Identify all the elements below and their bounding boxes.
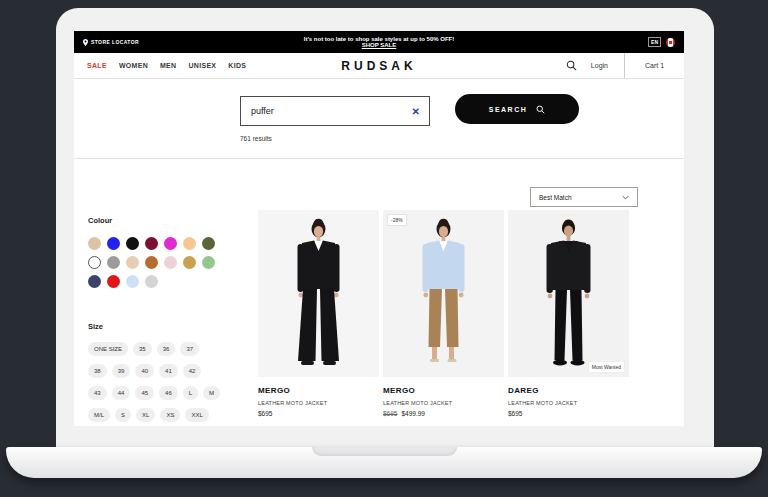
model-figure <box>508 210 629 377</box>
colour-swatch[interactable] <box>88 256 101 269</box>
product-grid: MERGO LEATHER MOTO JACKET $695 <box>258 210 629 417</box>
colour-swatch[interactable] <box>88 275 101 288</box>
size-pill[interactable]: M <box>203 386 220 400</box>
size-pill[interactable]: 46 <box>159 386 178 400</box>
colour-swatch[interactable] <box>164 256 177 269</box>
size-pill[interactable]: XS <box>160 408 180 422</box>
model-figure <box>383 210 504 377</box>
size-pill[interactable]: XL <box>136 408 155 422</box>
colour-filter-label: Colour <box>88 216 258 225</box>
colour-swatch[interactable] <box>145 275 158 288</box>
sort-selected-value: Best Match <box>539 194 572 201</box>
size-pill[interactable]: M/L <box>88 408 110 422</box>
store-locator-label: STORE LOCATOR <box>91 39 139 45</box>
colour-swatch[interactable] <box>126 275 139 288</box>
product-name[interactable]: MERGO <box>383 386 504 395</box>
filter-panel: Colour Size ONE SIZE35363738394041424344… <box>88 216 258 426</box>
cart-link[interactable]: Cart 1 <box>624 53 684 78</box>
size-pill[interactable]: 35 <box>133 342 152 356</box>
colour-swatch[interactable] <box>107 256 120 269</box>
nav-item-unisex[interactable]: UNISEX <box>188 62 216 69</box>
product-card: Most Wanted DAREG LEATHER MOTO JACKET $6… <box>508 210 629 417</box>
laptop-frame: STORE LOCATOR It's not too late to shop … <box>56 8 714 447</box>
product-name[interactable]: DAREG <box>508 386 629 395</box>
size-pill[interactable]: 38 <box>88 364 107 378</box>
colour-swatch[interactable] <box>164 237 177 250</box>
colour-swatch[interactable] <box>145 256 158 269</box>
canada-flag-icon[interactable] <box>666 38 675 47</box>
size-pill[interactable]: 40 <box>135 364 154 378</box>
colour-swatch[interactable] <box>183 256 196 269</box>
main-nav: SALEWOMENMENUNISEXKIDS RUDSAK Login Cart… <box>74 53 684 79</box>
laptop-base-notch <box>312 447 457 456</box>
size-pill[interactable]: S <box>115 408 131 422</box>
product-photo[interactable]: Most Wanted <box>508 210 629 377</box>
colour-swatch[interactable] <box>126 256 139 269</box>
size-pill[interactable]: XXL <box>185 408 208 422</box>
search-button-label: SEARCH <box>489 106 528 113</box>
store-locator-link[interactable]: STORE LOCATOR <box>83 39 139 46</box>
size-pill[interactable]: 42 <box>183 364 202 378</box>
laptop-base <box>6 447 762 478</box>
search-field-wrapper: ✕ <box>240 96 430 126</box>
colour-swatch[interactable] <box>145 237 158 250</box>
results-count: 761 results <box>240 135 272 142</box>
search-icon[interactable] <box>566 60 577 71</box>
product-price: $695 <box>258 410 379 417</box>
discount-badge: -28% <box>387 214 407 226</box>
colour-swatch[interactable] <box>107 275 120 288</box>
size-pill[interactable]: ONE SIZE <box>88 342 128 356</box>
product-name[interactable]: MERGO <box>258 386 379 395</box>
size-pill[interactable]: 43 <box>88 386 107 400</box>
nav-item-women[interactable]: WOMEN <box>119 62 148 69</box>
current-price: $695 <box>258 410 272 417</box>
search-button[interactable]: SEARCH <box>455 94 579 124</box>
product-price: $695 <box>508 410 629 417</box>
colour-swatch[interactable] <box>126 237 139 250</box>
nav-item-sale[interactable]: SALE <box>87 62 107 69</box>
product-photo[interactable]: -28% <box>383 210 504 377</box>
current-price: $499.99 <box>401 410 425 417</box>
nav-item-men[interactable]: MEN <box>160 62 176 69</box>
current-price: $695 <box>508 410 522 417</box>
colour-swatch-grid <box>88 237 223 288</box>
colour-swatch[interactable] <box>202 256 215 269</box>
announcement-bar: STORE LOCATOR It's not too late to shop … <box>74 31 684 53</box>
size-pill[interactable]: 39 <box>112 364 131 378</box>
size-pill[interactable]: 41 <box>159 364 178 378</box>
clear-search-icon[interactable]: ✕ <box>403 106 429 117</box>
chevron-down-icon <box>622 195 629 200</box>
browser-viewport: STORE LOCATOR It's not too late to shop … <box>74 31 684 426</box>
colour-swatch[interactable] <box>183 237 196 250</box>
search-button-icon <box>536 105 545 114</box>
product-card: -28% MERGO LEATHER MOTO JACKET $695$499.… <box>383 210 504 417</box>
size-pill[interactable]: 44 <box>112 386 131 400</box>
colour-swatch[interactable] <box>202 237 215 250</box>
promo-message: It's not too late to shop sale styles at… <box>304 36 454 48</box>
search-input[interactable] <box>241 106 403 116</box>
product-photo[interactable] <box>258 210 379 377</box>
colour-swatch[interactable] <box>88 237 101 250</box>
login-link[interactable]: Login <box>591 62 608 69</box>
size-pill[interactable]: 36 <box>157 342 176 356</box>
product-subtitle: LEATHER MOTO JACKET <box>258 400 379 406</box>
language-selector[interactable]: EN <box>648 37 661 47</box>
size-pill[interactable]: L <box>183 386 198 400</box>
product-subtitle: LEATHER MOTO JACKET <box>383 400 504 406</box>
product-price: $695$499.99 <box>383 410 504 417</box>
product-card: MERGO LEATHER MOTO JACKET $695 <box>258 210 379 417</box>
size-pill[interactable]: 37 <box>180 342 199 356</box>
size-pill-grid: ONE SIZE353637383940414243444546LMM/LSXL… <box>88 342 258 426</box>
size-filter-label: Size <box>88 322 258 331</box>
colour-swatch[interactable] <box>107 237 120 250</box>
nav-item-kids[interactable]: KIDS <box>228 62 246 69</box>
size-pill[interactable]: 45 <box>135 386 154 400</box>
product-subtitle: LEATHER MOTO JACKET <box>508 400 629 406</box>
nav-menu: SALEWOMENMENUNISEXKIDS <box>74 62 246 69</box>
brand-logo[interactable]: RUDSAK <box>341 59 416 73</box>
sort-dropdown[interactable]: Best Match <box>530 187 638 207</box>
model-figure <box>258 210 379 377</box>
map-pin-icon <box>83 39 88 46</box>
shop-sale-link[interactable]: SHOP SALE <box>304 42 454 48</box>
most-wanted-badge: Most Wanted <box>588 361 625 373</box>
